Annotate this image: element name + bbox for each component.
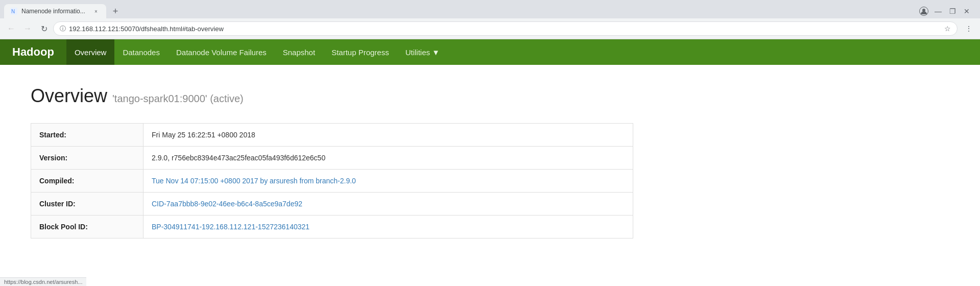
back-button[interactable]: ← (4, 21, 18, 36)
table-label: Cluster ID: (31, 193, 144, 216)
nav-link-overview[interactable]: Overview (66, 39, 115, 65)
table-value: 2.9.0, r756ebc8394e473ac25feac05fa493f6d… (144, 147, 633, 170)
nav-link-utilities[interactable]: Utilities ▼ (397, 39, 448, 65)
table-row: Version:2.9.0, r756ebc8394e473ac25feac05… (31, 147, 633, 170)
table-value: Fri May 25 16:22:51 +0800 2018 (144, 124, 633, 147)
browser-right-icons: ⋮ (962, 21, 976, 36)
main-content: Overview 'tango-spark01:9000' (active) S… (0, 65, 980, 259)
table-value[interactable]: Tue Nov 14 07:15:00 +0800 2017 by arsure… (144, 170, 633, 193)
nav-links: Overview Datanodes Datanode Volume Failu… (66, 39, 448, 65)
minimize-button[interactable]: — (933, 6, 943, 16)
close-window-button[interactable]: ✕ (962, 6, 972, 16)
table-value[interactable]: BP-304911741-192.168.112.121-15272361403… (144, 216, 633, 239)
tab-favicon-icon: N (10, 8, 17, 15)
security-icon: ⓘ (60, 25, 66, 33)
table-label: Compiled: (31, 170, 144, 193)
tab-bar: N Namenode informatio... × + — ❐ ✕ (0, 0, 980, 18)
table-label: Block Pool ID: (31, 216, 144, 239)
nav-link-startup-progress[interactable]: Startup Progress (323, 39, 397, 65)
page-title: Overview 'tango-spark01:9000' (active) (31, 85, 949, 107)
utilities-dropdown-arrow: ▼ (432, 48, 440, 57)
table-label: Version: (31, 147, 144, 170)
active-tab[interactable]: N Namenode informatio... × (4, 4, 106, 18)
table-value[interactable]: CID-7aa7bbb8-9e02-46ee-b6c4-8a5ce9a7de92 (144, 193, 633, 216)
tab-close-button[interactable]: × (92, 7, 100, 15)
address-bar-row: ← → ↻ ⓘ 192.168.112.121:50070/dfshealth.… (0, 18, 980, 39)
tab-title: Namenode informatio... (21, 8, 88, 15)
svg-text:N: N (11, 9, 15, 14)
nav-link-datanodes[interactable]: Datanodes (114, 39, 168, 65)
nav-link-snapshot[interactable]: Snapshot (275, 39, 323, 65)
table-row: Compiled:Tue Nov 14 07:15:00 +0800 2017 … (31, 170, 633, 193)
page-subtitle: 'tango-spark01:9000' (active) (112, 93, 244, 104)
browser-chrome: N Namenode informatio... × + — ❐ ✕ ← → ↻ (0, 0, 980, 39)
window-controls: — ❐ ✕ (919, 6, 976, 16)
new-tab-button[interactable]: + (108, 4, 123, 18)
forward-button[interactable]: → (20, 21, 35, 36)
table-row: Block Pool ID:BP-304911741-192.168.112.1… (31, 216, 633, 239)
bookmark-icon[interactable]: ☆ (944, 25, 951, 33)
table-row: Started:Fri May 25 16:22:51 +0800 2018 (31, 124, 633, 147)
extensions-icon[interactable]: ⋮ (962, 21, 976, 36)
maximize-button[interactable]: ❐ (947, 6, 958, 16)
url-text: 192.168.112.121:50070/dfshealth.html#tab… (69, 25, 224, 33)
address-bar[interactable]: ⓘ 192.168.112.121:50070/dfshealth.html#t… (53, 21, 958, 36)
nav-link-datanode-volume-failures[interactable]: Datanode Volume Failures (168, 39, 275, 65)
app-brand[interactable]: Hadoop (0, 39, 66, 65)
profile-icon[interactable] (919, 6, 929, 16)
info-table: Started:Fri May 25 16:22:51 +0800 2018Ve… (31, 123, 633, 239)
table-row: Cluster ID:CID-7aa7bbb8-9e02-46ee-b6c4-8… (31, 193, 633, 216)
app-navbar: Hadoop Overview Datanodes Datanode Volum… (0, 39, 980, 65)
table-label: Started: (31, 124, 144, 147)
reload-button[interactable]: ↻ (37, 21, 51, 36)
